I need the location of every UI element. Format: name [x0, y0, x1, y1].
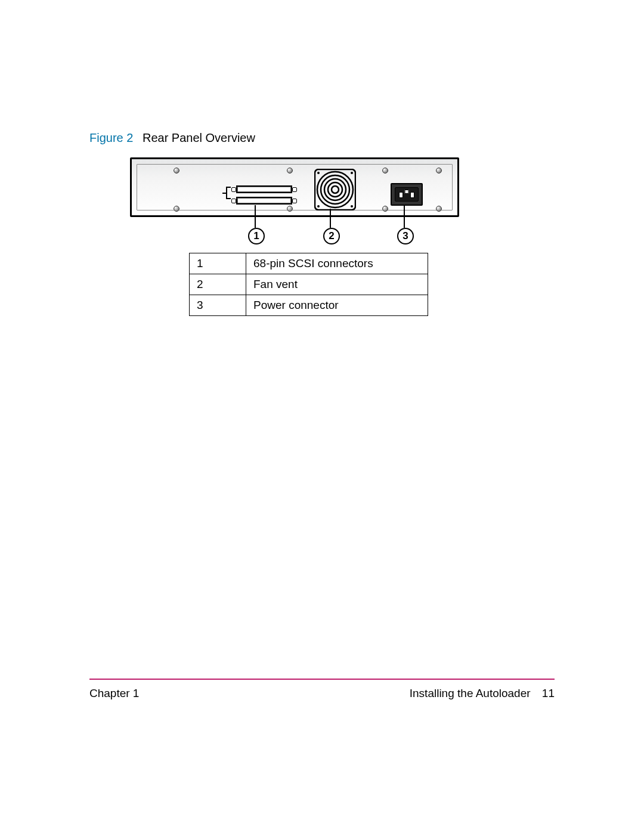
fan-vent-icon	[314, 169, 356, 210]
svg-point-5	[332, 186, 339, 193]
legend-table: 1 68-pin SCSI connectors 2 Fan vent 3 Po…	[189, 253, 428, 316]
screw-icon	[436, 206, 442, 212]
svg-point-9	[351, 205, 353, 208]
figure-label: Figure 2	[89, 131, 133, 144]
footer-right: Installing the Autoloader 11	[410, 687, 555, 700]
rear-panel-figure: 1 2 3	[130, 157, 459, 247]
screw-icon	[382, 206, 388, 212]
footer-page-number: 11	[542, 687, 555, 699]
table-row: 2 Fan vent	[190, 274, 428, 295]
footer-chapter: Chapter 1	[89, 687, 139, 700]
callout-3: 3	[397, 228, 414, 244]
chassis-outline	[130, 157, 459, 217]
legend-desc: 68-pin SCSI connectors	[246, 253, 428, 274]
screw-icon	[174, 168, 179, 174]
page: Figure 2 Rear Panel Overview	[0, 0, 644, 833]
svg-point-4	[328, 182, 342, 197]
scsi-connector-icon	[236, 185, 292, 193]
legend-num: 1	[190, 253, 246, 274]
legend-desc: Power connector	[246, 295, 428, 316]
svg-point-1	[317, 172, 353, 208]
screw-icon	[436, 168, 442, 174]
callout-1: 1	[248, 228, 265, 244]
table-row: 1 68-pin SCSI connectors	[190, 253, 428, 274]
footer-section: Installing the Autoloader	[410, 687, 531, 699]
figure-caption: Figure 2 Rear Panel Overview	[89, 131, 255, 145]
svg-point-6	[317, 172, 320, 174]
callout-2: 2	[323, 228, 340, 244]
legend-num: 3	[190, 295, 246, 316]
footer-rule	[89, 679, 555, 680]
screw-icon	[174, 206, 179, 212]
scsi-connector-icon	[236, 197, 292, 205]
legend-desc: Fan vent	[246, 274, 428, 295]
screw-icon	[287, 206, 293, 212]
power-socket-icon	[395, 187, 419, 202]
screw-icon	[287, 168, 293, 174]
table-row: 3 Power connector	[190, 295, 428, 316]
svg-point-7	[351, 172, 353, 174]
power-connector-icon	[391, 183, 423, 206]
screw-icon	[382, 168, 388, 174]
legend-num: 2	[190, 274, 246, 295]
figure-title: Rear Panel Overview	[143, 131, 255, 144]
svg-point-8	[317, 205, 320, 208]
